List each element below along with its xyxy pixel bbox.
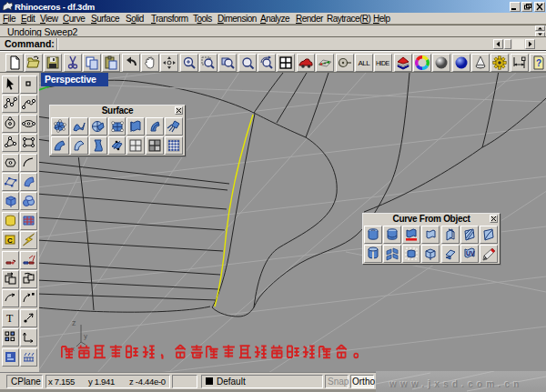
svg-text:T: T (6, 312, 14, 325)
svg-text:z: z (72, 318, 76, 327)
svg-text:ALL: ALL (358, 59, 370, 67)
svg-text:C: C (7, 236, 13, 245)
svg-text:UV: UV (466, 250, 475, 256)
svg-text:?: ? (536, 58, 541, 68)
svg-text:www.jxsd.com.cn: www.jxsd.com.cn (389, 379, 523, 389)
svg-text:HIDE: HIDE (376, 60, 390, 66)
svg-text:y: y (84, 332, 87, 340)
